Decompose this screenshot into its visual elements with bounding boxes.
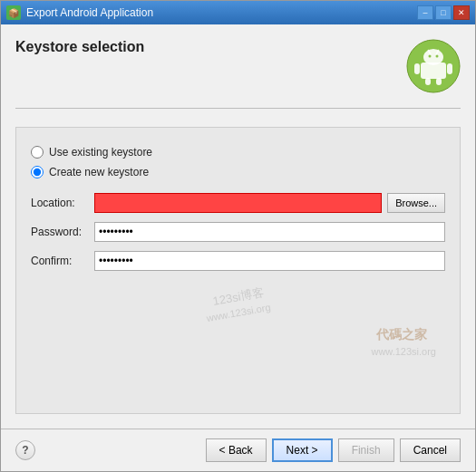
radio-create[interactable] (31, 166, 44, 178)
button-bar: ? < Back Next > Finish Cancel (1, 429, 475, 471)
confirm-label: Confirm: (31, 255, 94, 267)
cancel-button[interactable]: Cancel (400, 438, 461, 462)
password-row: Password: (31, 222, 445, 242)
svg-point-3 (429, 55, 432, 58)
radio-row-existing: Use existing keystore (31, 146, 445, 159)
title-controls: – □ ✕ (417, 5, 470, 20)
header-section: Keystore selection (15, 39, 461, 93)
radio-existing-label: Use existing keystore (49, 146, 152, 159)
title-bar: 📦 Export Android Application – □ ✕ (1, 1, 475, 24)
password-label: Password: (31, 226, 94, 238)
watermark-3: 代碼之家 (376, 327, 427, 343)
watermark-area: 123si博客 www.123si.org 代碼之家 www.123si.org (31, 280, 445, 352)
confirm-row: Confirm: (31, 251, 445, 271)
svg-point-2 (423, 49, 443, 65)
location-redacted-value (94, 193, 382, 213)
back-button[interactable]: < Back (206, 438, 267, 462)
radio-row-create: Create new keystore (31, 166, 445, 178)
location-label: Location: (31, 197, 94, 209)
finish-button[interactable]: Finish (338, 438, 394, 462)
confirm-input[interactable] (94, 251, 445, 271)
content-area: Keystore selection (1, 24, 475, 429)
password-input[interactable] (94, 222, 445, 242)
svg-rect-7 (414, 63, 420, 74)
location-input-wrapper: Browse... (94, 193, 445, 213)
help-button[interactable]: ? (15, 440, 35, 460)
close-button[interactable]: ✕ (453, 5, 470, 20)
svg-rect-8 (447, 63, 452, 74)
confirm-input-wrap (94, 251, 445, 271)
next-button[interactable]: Next > (272, 438, 333, 462)
window-icon: 📦 (6, 5, 21, 20)
form-area: Use existing keystore Create new keystor… (15, 127, 461, 414)
radio-create-label: Create new keystore (49, 166, 149, 178)
android-logo (406, 39, 461, 93)
header-divider (15, 108, 461, 109)
minimize-button[interactable]: – (417, 5, 433, 20)
svg-rect-9 (425, 78, 431, 85)
maximize-button[interactable]: □ (435, 5, 452, 20)
radio-group: Use existing keystore Create new keystor… (31, 146, 445, 178)
radio-existing[interactable] (31, 146, 44, 159)
svg-point-4 (436, 55, 439, 58)
title-bar-left: 📦 Export Android Application (6, 5, 153, 20)
svg-rect-10 (436, 78, 442, 85)
password-input-wrap (94, 222, 445, 242)
location-row: Location: Browse... (31, 193, 445, 213)
main-window: 📦 Export Android Application – □ ✕ Keyst… (0, 0, 476, 472)
nav-buttons: < Back Next > Finish Cancel (206, 438, 461, 462)
form-fields: Location: Browse... Password: Confirm: (31, 193, 445, 271)
window-title: Export Android Application (26, 6, 153, 19)
page-title: Keystore selection (15, 39, 144, 55)
browse-button[interactable]: Browse... (387, 193, 445, 213)
watermark-4: www.123si.org (371, 346, 436, 357)
